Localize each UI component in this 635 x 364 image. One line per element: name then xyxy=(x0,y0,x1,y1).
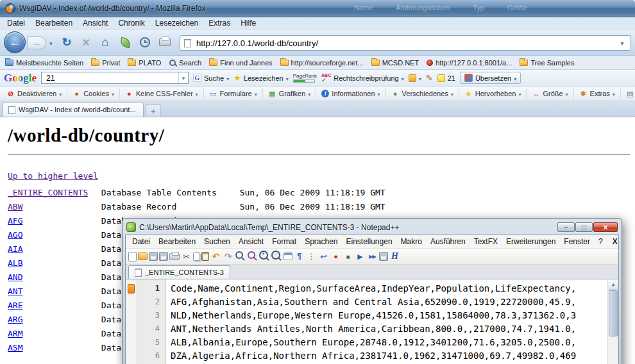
directory-entry-link[interactable]: ARM xyxy=(8,327,96,341)
notepad-menu-item[interactable]: Sprachen xyxy=(301,236,341,247)
directory-entry-link[interactable]: ABW xyxy=(8,200,96,214)
google-bookmarks-button[interactable]: Lesezeichen xyxy=(233,73,288,83)
maximize-button[interactable] xyxy=(575,222,593,232)
scrollbar-thumb[interactable] xyxy=(609,290,618,336)
active-tab[interactable]: WsgiDAV - Index of /world-db/count... xyxy=(3,102,144,117)
webdev-menu-item[interactable]: Cookies xyxy=(67,88,120,99)
close-button[interactable] xyxy=(593,222,618,232)
directory-entry-link[interactable]: AFG xyxy=(8,214,96,228)
new-file-icon[interactable] xyxy=(128,252,137,261)
bookmark-item[interactable]: Search xyxy=(169,59,201,67)
webdev-menu-item[interactable]: Hervorheben xyxy=(459,88,527,99)
bookmark-item[interactable]: Tree Samples xyxy=(520,59,574,67)
new-tab-button[interactable]: + xyxy=(146,104,161,117)
firefox-titlebar[interactable]: WsgiDAV - Index of /world-db/country/ - … xyxy=(0,0,635,17)
bookmark-item[interactable]: Finn und Jannes xyxy=(209,59,272,67)
save-all-icon[interactable] xyxy=(159,252,168,261)
editor-area[interactable]: 1 Code,Name,Continent,Region,SurfaceArea… xyxy=(126,279,618,364)
up-to-higher-level-link[interactable]: Up to higher level xyxy=(8,169,98,183)
menu-item[interactable]: Chronik xyxy=(114,18,149,28)
back-button[interactable] xyxy=(4,31,26,53)
directory-entry-link[interactable]: AIA xyxy=(8,242,96,256)
menu-item[interactable]: Ansicht xyxy=(78,18,112,28)
chevron-down-icon[interactable] xyxy=(226,74,229,82)
redo-icon[interactable] xyxy=(223,251,233,261)
webdev-menu-item[interactable]: Keine CSS-Fehler xyxy=(120,88,204,99)
save-macro-icon[interactable] xyxy=(379,252,388,261)
run-multiple-icon[interactable] xyxy=(367,251,378,261)
menu-item[interactable]: Extras xyxy=(204,18,235,28)
menu-item[interactable]: Lesezeichen xyxy=(151,18,203,28)
search-history-dropdown-icon[interactable] xyxy=(178,72,188,83)
restore-layout-icon[interactable] xyxy=(284,252,292,260)
menubar-close-x[interactable]: X xyxy=(607,237,619,246)
show-all-chars-icon[interactable] xyxy=(294,251,305,261)
webdev-menu-item[interactable]: Deaktivieren xyxy=(1,88,67,99)
directory-entry-link[interactable]: AND xyxy=(8,270,96,285)
history-dropdown-icon[interactable] xyxy=(47,39,55,47)
print-icon[interactable] xyxy=(169,253,180,260)
undo-icon[interactable] xyxy=(210,251,221,261)
google-search-input[interactable] xyxy=(45,73,178,83)
open-folder-icon[interactable] xyxy=(138,252,148,260)
translate-button[interactable]: Übersetzen xyxy=(460,72,521,84)
sage-feed-icon[interactable] xyxy=(120,37,131,48)
home-button[interactable] xyxy=(97,35,113,50)
chevron-down-icon[interactable] xyxy=(286,74,289,82)
record-macro-icon[interactable] xyxy=(330,251,341,261)
webdev-menu-item[interactable]: Quelltext xyxy=(621,88,635,99)
bookmark-item[interactable]: MCSD.NET xyxy=(371,59,419,67)
cut-icon[interactable] xyxy=(181,251,192,261)
word-wrap-icon[interactable] xyxy=(318,251,329,261)
webdev-menu-item[interactable]: Extras xyxy=(574,88,621,99)
notepad-menu-item[interactable]: Format xyxy=(268,236,300,247)
menu-item[interactable]: Hilfe xyxy=(236,18,260,28)
zoom-in-icon[interactable] xyxy=(259,251,270,261)
bookmark-item[interactable]: http://127.0.0.1:8001/a... xyxy=(427,59,512,67)
webdev-menu-item[interactable]: Formulare xyxy=(204,88,263,99)
play-macro-icon[interactable] xyxy=(355,251,366,261)
notepad-menu-item[interactable]: Fenster xyxy=(560,236,594,247)
notepad-menu-item[interactable]: Einstellungen xyxy=(343,236,396,247)
copy-icon[interactable] xyxy=(193,252,200,261)
notepad-active-tab[interactable]: _ENTIRE_CONTENTS-3 xyxy=(128,265,230,279)
menu-item[interactable]: Bearbeiten xyxy=(31,18,77,28)
spellcheck-button[interactable]: ABC Rechtschreibprüfung xyxy=(321,74,404,82)
highlight-counter[interactable]: 21 xyxy=(437,74,455,82)
bookmark-item[interactable]: PLATO xyxy=(128,59,161,67)
directory-entry-link[interactable]: ALB xyxy=(8,256,96,270)
vertical-scrollbar[interactable] xyxy=(607,279,618,364)
directory-entry-link[interactable]: ASM xyxy=(8,341,96,355)
pagerank-widget[interactable]: PageRank xyxy=(293,73,317,83)
directory-entry-link[interactable]: _ENTIRE_CONTENTS xyxy=(8,186,96,200)
chevron-down-icon[interactable] xyxy=(402,74,404,82)
find-icon[interactable] xyxy=(235,251,246,261)
bookmark-item[interactable]: Privat xyxy=(91,59,120,67)
directory-entry-link[interactable]: ARG xyxy=(8,313,96,327)
google-search-box[interactable] xyxy=(41,72,189,84)
replace-icon[interactable] xyxy=(247,251,258,261)
indent-guide-icon[interactable] xyxy=(306,251,317,261)
notepad-titlebar[interactable]: C:\Users\Martin\AppData\Local\Temp\_ENTI… xyxy=(125,220,619,235)
url-input[interactable] xyxy=(195,38,618,49)
location-bar[interactable] xyxy=(180,35,631,51)
print-button[interactable] xyxy=(159,38,171,46)
notepad-menu-item[interactable]: Datei xyxy=(128,236,154,247)
directory-entry-link[interactable]: AGO xyxy=(8,228,96,242)
notepad-menu-item[interactable]: Ausführen xyxy=(427,236,470,247)
notepad-menu-item[interactable]: Suchen xyxy=(200,236,234,247)
menu-item[interactable]: Datei xyxy=(3,18,30,28)
forward-button[interactable] xyxy=(27,37,46,49)
history-clock-icon[interactable] xyxy=(140,37,150,47)
autofill-button[interactable] xyxy=(409,74,421,82)
zoom-out-icon[interactable] xyxy=(271,251,282,261)
pencil-icon[interactable] xyxy=(426,73,433,83)
notepad-menu-item[interactable]: Makro xyxy=(397,236,426,247)
google-search-button[interactable]: Suche xyxy=(193,74,229,82)
notepad-menu-item[interactable]: Erweiterungen xyxy=(502,236,559,247)
webdev-menu-item[interactable]: Größe xyxy=(527,88,573,99)
notepad-menu-item[interactable]: ? xyxy=(595,236,607,247)
webdev-menu-item[interactable]: Grafiken xyxy=(263,88,317,99)
chevron-down-icon[interactable] xyxy=(514,74,516,82)
url-dropdown-icon[interactable] xyxy=(618,40,627,47)
